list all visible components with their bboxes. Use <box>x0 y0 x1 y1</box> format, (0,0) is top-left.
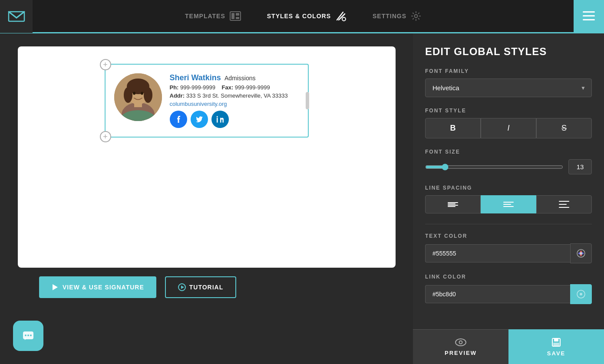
svg-point-8 <box>342 17 346 21</box>
text-color-input[interactable] <box>425 244 570 262</box>
link-color-row <box>425 284 592 304</box>
nav-settings[interactable]: SETTINGS <box>373 11 421 21</box>
signature-inner: + <box>105 64 309 138</box>
line-spacing-section: LINE SPACING <box>425 185 592 213</box>
facebook-icon[interactable] <box>170 111 187 128</box>
svg-rect-5 <box>236 17 239 19</box>
font-style-label: FONT STYLE <box>425 108 592 114</box>
svg-point-27 <box>25 334 26 336</box>
svg-rect-12 <box>583 19 595 20</box>
main-area: + <box>0 33 604 364</box>
panel-title: EDIT GLOBAL STYLES <box>425 46 592 58</box>
link-color-label: LINK COLOR <box>425 274 592 280</box>
bold-button[interactable]: B <box>425 118 481 138</box>
panel-preview-label: PREVIEW <box>445 350 477 356</box>
italic-button[interactable]: I <box>481 118 536 138</box>
tutorial-button[interactable]: TUTORIAL <box>165 276 237 298</box>
panel-content: EDIT GLOBAL STYLES FONT FAMILY Helvetica… <box>413 33 604 326</box>
svg-point-9 <box>415 15 418 18</box>
link-color-input[interactable] <box>425 285 570 303</box>
line-spacing-label: LINE SPACING <box>425 185 592 191</box>
svg-marker-23 <box>53 284 58 290</box>
canvas-area: + <box>0 33 413 364</box>
font-family-section: FONT FAMILY Helvetica Arial Times New Ro… <box>425 68 592 97</box>
panel-save-label: SAVE <box>547 350 565 357</box>
spacing-wide-button[interactable] <box>536 195 592 213</box>
divider <box>425 224 592 224</box>
signature-profile-row: Sheri Watkins Admissions Ph: 999-999-999… <box>114 73 295 128</box>
font-family-label: FONT FAMILY <box>425 68 592 74</box>
twitter-icon[interactable] <box>191 111 208 128</box>
nav-templates[interactable]: TEMPLATES <box>185 11 241 21</box>
signature-name-row: Sheri Watkins Admissions <box>170 73 288 82</box>
signature-info: Sheri Watkins Admissions Ph: 999-999-999… <box>170 73 288 128</box>
font-family-select[interactable]: Helvetica Arial Times New Roman Georgia … <box>425 79 592 97</box>
svg-point-34 <box>455 339 466 346</box>
font-size-input[interactable] <box>568 159 592 174</box>
app-logo[interactable] <box>0 0 33 33</box>
panel-preview-button[interactable]: PREVIEW <box>413 329 508 364</box>
hamburger-menu-button[interactable] <box>574 0 604 33</box>
add-section-top-button[interactable]: + <box>100 59 111 70</box>
resize-handle[interactable] <box>306 92 309 109</box>
social-icons-row <box>170 111 288 128</box>
svg-point-19 <box>144 87 152 103</box>
panel-save-button[interactable]: SAVE <box>508 329 604 364</box>
signature-card: + <box>18 46 396 268</box>
eye-icon <box>455 338 467 347</box>
nav-settings-label: SETTINGS <box>373 13 406 20</box>
font-style-section: FONT STYLE B I S <box>425 108 592 138</box>
svg-rect-3 <box>231 13 234 19</box>
fax-label: Fax: <box>221 84 233 91</box>
svg-rect-37 <box>554 338 558 341</box>
spacing-normal-button[interactable] <box>481 195 536 213</box>
font-size-row <box>425 159 592 174</box>
font-size-label: FONT SIZE <box>425 149 592 155</box>
text-color-picker-button[interactable] <box>570 243 592 263</box>
link-color-picker-button[interactable] <box>570 284 592 304</box>
svg-rect-10 <box>583 11 595 13</box>
save-icon <box>551 337 561 348</box>
svg-rect-38 <box>553 343 559 346</box>
svg-marker-25 <box>181 285 184 289</box>
text-color-section: TEXT COLOR <box>425 233 592 263</box>
font-size-section: FONT SIZE <box>425 149 592 174</box>
right-panel: EDIT GLOBAL STYLES FONT FAMILY Helvetica… <box>413 33 604 364</box>
avatar <box>114 73 162 121</box>
nav-styles-colors[interactable]: STYLES & COLORS <box>267 10 347 22</box>
svg-rect-4 <box>236 13 239 16</box>
svg-point-33 <box>580 293 582 295</box>
nav-templates-label: TEMPLATES <box>185 13 225 20</box>
svg-point-28 <box>27 334 29 336</box>
text-color-label: TEXT COLOR <box>425 233 592 239</box>
svg-point-29 <box>30 334 32 336</box>
font-family-dropdown-wrapper: Helvetica Arial Times New Roman Georgia … <box>425 79 592 97</box>
link-color-section: LINK COLOR <box>425 274 592 304</box>
panel-footer: PREVIEW SAVE <box>413 329 604 364</box>
chat-support-button[interactable] <box>13 321 43 351</box>
add-section-bottom-button[interactable]: + <box>100 131 111 142</box>
view-use-signature-button[interactable]: VIEW & USE SIGNATURE <box>39 276 156 298</box>
phone-label: Ph: <box>170 84 179 91</box>
font-style-buttons: B I S <box>425 118 592 138</box>
signature-website[interactable]: columbusuniversity.org <box>170 101 288 107</box>
signature-job-title: Admissions <box>224 75 256 82</box>
svg-point-18 <box>124 87 132 103</box>
svg-point-31 <box>580 252 582 255</box>
signature-phone: Ph: 999-999-9999 Fax: 999-999-9999 <box>170 84 288 91</box>
text-color-row <box>425 243 592 263</box>
signature-name: Sheri Watkins <box>170 73 221 82</box>
linkedin-icon[interactable] <box>211 111 229 128</box>
strikethrough-button[interactable]: S <box>536 118 592 138</box>
spacing-compact-button[interactable] <box>425 195 481 213</box>
svg-point-21 <box>141 92 143 95</box>
top-navigation: TEMPLATES STYLES & COLORS SETTINGS <box>0 0 604 33</box>
font-size-slider[interactable] <box>425 164 563 171</box>
nav-styles-label: STYLES & COLORS <box>267 13 331 20</box>
svg-point-20 <box>133 92 135 95</box>
canvas-bottom-actions: VIEW & USE SIGNATURE TUTORIAL <box>39 276 236 298</box>
signature-address: Addr: 333 S 3rd St. Somewhereville, VA 3… <box>170 92 288 99</box>
spacing-buttons <box>425 195 592 213</box>
svg-point-35 <box>459 341 462 344</box>
nav-items: TEMPLATES STYLES & COLORS SETTINGS <box>33 10 574 22</box>
